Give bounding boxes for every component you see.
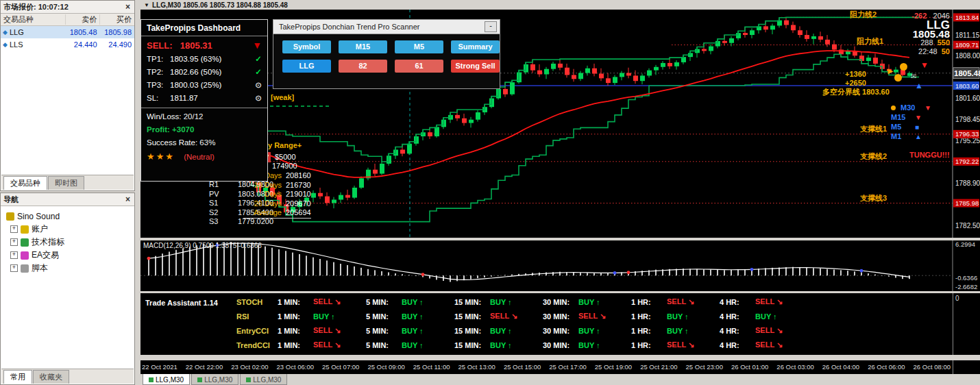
mt4-app: 市场报价: 10:07:12 × 交易品种 卖价 买价 ◆LLG1805.481… bbox=[0, 0, 980, 385]
trade-assistant-row: STOCH1 MIN:SELL ↘5 MIN:BUY ↑15 MIN:BUY ↑… bbox=[236, 295, 808, 309]
target-label: TP1: bbox=[147, 53, 170, 66]
expand-icon[interactable]: + bbox=[10, 238, 18, 246]
price-scale[interactable]: 1811.151808.001801.601798.451795.251788.… bbox=[953, 10, 980, 238]
market-watch-tab-1[interactable]: 即时图 bbox=[48, 176, 84, 190]
macd-signal-dot bbox=[627, 271, 630, 274]
dashboard-stat-row: Profit: +3070 bbox=[141, 123, 267, 136]
minimize-button[interactable]: - bbox=[485, 21, 497, 32]
scanner-header-button[interactable]: Summary bbox=[451, 40, 500, 53]
timeframe-label: M15 bbox=[891, 113, 910, 121]
chart-titlebar[interactable]: ▼ LLG,M30 1805.06 1805.73 1804.88 1805.4… bbox=[140, 0, 980, 10]
signal-cell: 15 MIN:BUY ↑ bbox=[454, 327, 543, 335]
support3-label: 支撑线3 bbox=[860, 193, 887, 203]
navigator-item[interactable]: +技术指标 bbox=[1, 236, 134, 249]
signal-value: SELL ↘ bbox=[667, 297, 694, 306]
price-label: 1801.60 bbox=[955, 95, 980, 102]
signal-cell: 4 HR:SELL ↘ bbox=[720, 297, 808, 306]
market-watch-row[interactable]: ◆LLS24.44024.490 bbox=[1, 38, 134, 51]
splitter[interactable] bbox=[140, 355, 980, 360]
timeframe-label: 4 HR: bbox=[720, 298, 755, 306]
chart-stats: -262 2046 LLG 1805.48 288 550 22:48 50 bbox=[911, 12, 950, 56]
scanner-titlebar[interactable]: TakePropips Donchian Trend Pro Scanner - bbox=[273, 20, 500, 34]
timeframe-label: 1 HR: bbox=[631, 298, 667, 306]
signal-value: BUY ↑ bbox=[402, 341, 424, 349]
market-watch-row[interactable]: ◆LLG1805.481805.98 bbox=[1, 26, 134, 38]
market-watch-rows: ◆LLG1805.481805.98◆LLS24.44024.490 bbox=[1, 26, 134, 51]
timeframe-signal-row: M15▼ bbox=[891, 112, 931, 122]
time-label: 26 Oct 08:00 bbox=[914, 363, 951, 371]
timeframe-signal-row: M5■ bbox=[891, 122, 931, 132]
scanner-value-cell[interactable]: 82 bbox=[339, 60, 387, 73]
target-label: SL: bbox=[147, 92, 170, 105]
chart-tab[interactable]: LLG,M30 bbox=[240, 374, 287, 385]
symbol-icon: ◆ bbox=[3, 29, 8, 36]
macd-canvas[interactable]: 6.2994-0.6366-2.6682 bbox=[140, 240, 980, 291]
signal-cell: 5 MIN:BUY ↑ bbox=[366, 298, 454, 306]
stat-label: Success Rate: bbox=[147, 138, 197, 147]
navigator-item[interactable]: +脚本 bbox=[1, 262, 134, 275]
scanner-header-button[interactable]: M5 bbox=[395, 40, 443, 53]
scanner-symbol-cell[interactable]: LLG bbox=[282, 60, 331, 73]
navigator-item[interactable]: +EA交易 bbox=[1, 249, 134, 262]
speaker-icon bbox=[6, 212, 14, 221]
chart-icon bbox=[246, 377, 251, 382]
daily-range-title: y Range+ bbox=[268, 141, 302, 149]
trade-assistant-row: RSI1 MIN:BUY ↑5 MIN:BUY ↑15 MIN:SELL ↘30… bbox=[236, 309, 808, 323]
timeframe-label: 5 MIN: bbox=[366, 327, 402, 335]
dashboard-targets: TP1:1803.95 (63%)✓TP2:1802.66 (50%)✓TP3:… bbox=[141, 53, 267, 105]
market-watch-title: 市场报价: 10:07:12 bbox=[3, 2, 69, 12]
signal-value: SELL ↘ bbox=[490, 312, 517, 321]
expand-icon[interactable]: + bbox=[10, 251, 18, 259]
signal-cell: 1 HR:BUY ↑ bbox=[631, 312, 720, 321]
indicator-name: EntryCCI bbox=[236, 327, 278, 335]
navigator-tab-1[interactable]: 收藏夹 bbox=[33, 370, 69, 384]
market-watch-titlebar[interactable]: 市场报价: 10:07:12 × bbox=[1, 1, 134, 14]
timeframe-label: 5 MIN: bbox=[366, 298, 402, 306]
navigator-item[interactable]: +账户 bbox=[1, 223, 134, 236]
navigator-tab-0[interactable]: 常用 bbox=[3, 370, 32, 384]
close-icon[interactable]: × bbox=[124, 196, 132, 203]
stat-label: Win/Loss: bbox=[147, 112, 182, 121]
timeframe-label: 4 HR: bbox=[720, 312, 755, 321]
indicator-name: RSI bbox=[236, 312, 278, 321]
timeframe-label: 4 HR: bbox=[720, 341, 755, 349]
pivot-label: R1 bbox=[209, 180, 227, 190]
time-label: 25 Oct 15:00 bbox=[504, 363, 541, 371]
chart-region: 1811.151808.001801.601798.451795.251788.… bbox=[140, 10, 980, 238]
scanner-header-button[interactable]: M15 bbox=[339, 40, 387, 53]
signal-value: BUY ↑ bbox=[402, 312, 424, 321]
expand-icon[interactable]: + bbox=[10, 264, 18, 272]
macd-signal-line bbox=[149, 243, 909, 280]
signal-cell: 1 HR:SELL ↘ bbox=[631, 297, 720, 306]
timeframe-label: 1 MIN: bbox=[278, 298, 313, 306]
time-axis[interactable]: 22 Oct 202122 Oct 22:0023 Oct 02:0023 Oc… bbox=[140, 360, 980, 374]
signal-arrow-icon: ▼ bbox=[915, 114, 922, 121]
time-label: 25 Oct 09:00 bbox=[367, 363, 404, 371]
market-watch-tab-0[interactable]: 交易品种 bbox=[3, 176, 47, 190]
time-label: 25 Oct 21:00 bbox=[640, 363, 677, 371]
signal-value: SELL ↘ bbox=[755, 340, 783, 349]
scanner-header-button[interactable]: Symbol bbox=[282, 40, 331, 53]
navigator-item[interactable]: Sino Sound bbox=[1, 210, 134, 223]
chevron-down-icon[interactable]: ▼ bbox=[144, 2, 149, 8]
expand-icon[interactable]: + bbox=[10, 225, 18, 233]
ask-value: 1805.98 bbox=[100, 28, 135, 36]
navigator-item-label: 技术指标 bbox=[32, 236, 64, 248]
time-label: 23 Oct 02:00 bbox=[231, 363, 268, 371]
chart-tab[interactable]: LLG,M30 bbox=[191, 374, 238, 385]
signal-cell: 1 MIN:SELL ↘ bbox=[278, 326, 366, 335]
scanner-value-cell[interactable]: 61 bbox=[395, 60, 443, 73]
signal-cell: 30 MIN:SELL ↘ bbox=[543, 312, 631, 321]
signal-cell: 1 MIN:BUY ↑ bbox=[278, 312, 366, 321]
target-value: 1811.87 bbox=[170, 94, 198, 102]
navigator-titlebar[interactable]: 导航 × bbox=[1, 193, 134, 206]
dashboard-stat-row: Success Rate: 63% bbox=[141, 136, 267, 149]
scanner-value-cell[interactable]: Strong Sell bbox=[451, 60, 500, 73]
chart-tab[interactable]: LLG,M30 bbox=[143, 374, 190, 385]
timeframe-signal-stack: M30▼M15▼M5■M1▲ bbox=[891, 103, 931, 141]
signal-cell: 1 MIN:SELL ↘ bbox=[278, 297, 366, 306]
scale-divider bbox=[953, 360, 953, 374]
scale-zero: 0 bbox=[955, 295, 959, 302]
signal-value: BUY ↑ bbox=[490, 327, 512, 335]
close-icon[interactable]: × bbox=[124, 3, 132, 10]
